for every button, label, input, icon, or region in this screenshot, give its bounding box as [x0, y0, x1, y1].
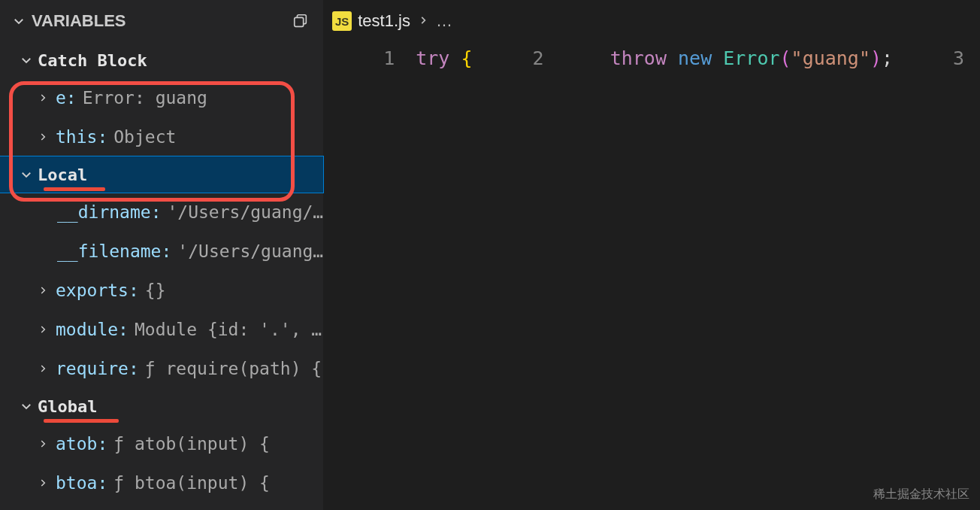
- variable-value: Module {id: '.', …: [135, 320, 322, 339]
- line-number: 1: [364, 47, 410, 69]
- variable-name: e: [56, 88, 66, 108]
- file-name: test1.js: [358, 11, 410, 31]
- scope-header-local[interactable]: Local: [0, 156, 323, 193]
- breadcrumb-rest: …: [436, 11, 452, 31]
- breadcrumb[interactable]: JS test1.js …: [323, 0, 980, 42]
- variable-row[interactable]: btoa:ƒ btoa(input) {: [0, 463, 323, 502]
- chevron-right-icon: [35, 360, 51, 377]
- chevron-right-icon: [35, 436, 51, 452]
- code-line[interactable]: 1try {: [323, 42, 472, 74]
- variable-name: __dirname: [57, 202, 151, 222]
- variable-name: exports: [56, 281, 129, 300]
- variable-value: {}: [145, 281, 166, 300]
- chevron-right-icon: [35, 90, 51, 106]
- code-editor[interactable]: 1try {2 throw new Error("guang");3} catc…: [323, 42, 980, 510]
- line-number: 3: [934, 47, 979, 69]
- chevron-down-icon: [18, 398, 35, 414]
- variable-name: require: [56, 359, 129, 378]
- variable-value: '/Users/guang/…: [167, 202, 323, 222]
- scope-label: Local: [38, 165, 87, 184]
- variable-row[interactable]: atob:ƒ atob(input) {: [0, 424, 323, 463]
- code-line[interactable]: 3} catch (e) {: [893, 42, 980, 74]
- chevron-right-icon: [35, 129, 51, 145]
- variable-value: Object: [113, 127, 176, 147]
- variables-header: VARIABLES: [0, 0, 323, 42]
- variable-row[interactable]: e:Error: guang: [0, 78, 323, 117]
- variable-value: ƒ btoa(input) {: [113, 473, 270, 493]
- variable-value: ƒ atob(input) {: [113, 434, 270, 454]
- watermark: 稀土掘金技术社区: [873, 487, 969, 502]
- variables-panel: VARIABLES Catch Blocke:Error: guangthis:…: [0, 0, 323, 510]
- variable-name: __filename: [57, 241, 161, 261]
- chevron-down-icon: [18, 52, 35, 68]
- chevron-right-icon: [418, 14, 428, 29]
- chevron-down-icon: [18, 166, 35, 183]
- variable-row[interactable]: module:Module {id: '.', …: [0, 310, 323, 349]
- chevron-down-icon[interactable]: [11, 13, 27, 29]
- js-file-icon: JS: [332, 11, 352, 31]
- scope-label: Global: [38, 397, 97, 416]
- scope-header-catch-block[interactable]: Catch Block: [0, 42, 323, 78]
- chevron-right-icon: [35, 321, 51, 338]
- scope-header-global[interactable]: Global: [0, 388, 323, 424]
- variable-name: this: [56, 127, 97, 147]
- variable-row[interactable]: exports:{}: [0, 271, 323, 310]
- scope-label: Catch Block: [38, 51, 147, 70]
- scopes-list: Catch Blocke:Error: guangthis:ObjectLoca…: [0, 42, 323, 502]
- code-line[interactable]: 2 throw new Error("guang");: [473, 42, 894, 74]
- variable-row[interactable]: this:Object: [0, 117, 323, 156]
- variable-row[interactable]: __dirname:'/Users/guang/…: [0, 193, 323, 232]
- variable-row[interactable]: __filename:'/Users/guang…: [0, 232, 323, 271]
- svg-rect-1: [295, 17, 304, 26]
- chevron-right-icon: [35, 475, 51, 491]
- editor-pane: JS test1.js … 1try {2 throw new Error("g…: [323, 0, 980, 510]
- variable-value: ƒ require(path) {: [145, 359, 322, 378]
- collapse-all-icon[interactable]: [289, 9, 313, 33]
- variable-value: '/Users/guang…: [177, 241, 323, 261]
- panel-title: VARIABLES: [32, 11, 289, 31]
- variable-row[interactable]: require:ƒ require(path) {: [0, 349, 323, 388]
- variable-name: atob: [56, 434, 97, 454]
- variable-value: Error: guang: [83, 88, 207, 108]
- code-text: throw new Error("guang");: [559, 47, 894, 69]
- line-number: 2: [514, 47, 559, 69]
- code-text: try {: [410, 47, 472, 69]
- variable-name: module: [56, 320, 118, 339]
- variable-name: btoa: [56, 473, 97, 493]
- chevron-right-icon: [35, 282, 51, 299]
